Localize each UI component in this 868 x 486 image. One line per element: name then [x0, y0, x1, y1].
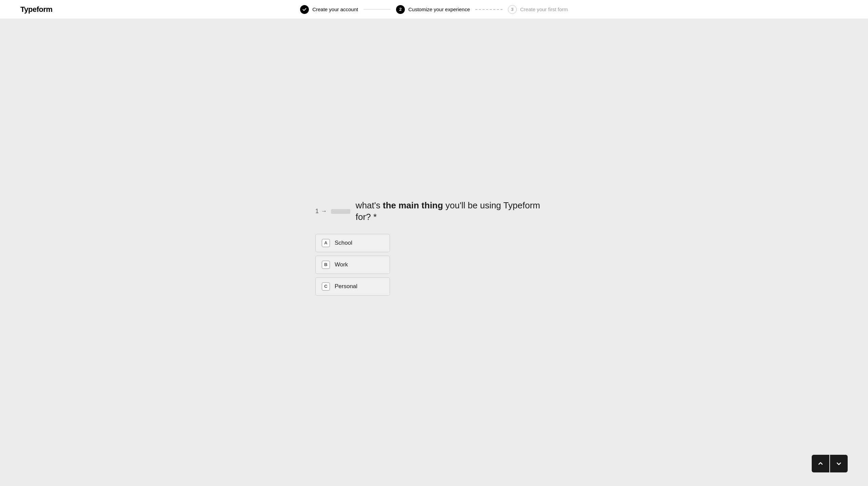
chevron-up-icon — [817, 461, 824, 467]
nav-down-button[interactable] — [830, 455, 848, 472]
step-3-number: 3 — [508, 5, 517, 14]
answer-key-b: B — [322, 261, 330, 269]
logo: Typeform — [20, 5, 53, 14]
question-number: 1 → — [315, 208, 327, 215]
question-text: what's the main thing you'll be using Ty… — [356, 200, 553, 223]
answer-label-c: Personal — [335, 283, 357, 290]
step-1-number — [300, 5, 309, 14]
step-3: 3 Create your first form — [508, 5, 568, 14]
step-1: Create your account — [300, 5, 358, 14]
answer-option-b[interactable]: B Work — [315, 256, 390, 274]
answer-label-b: Work — [335, 261, 348, 268]
step-3-label: Create your first form — [520, 6, 568, 12]
stepper: Create your account 2 Customize your exp… — [300, 5, 568, 14]
answer-key-c: C — [322, 282, 330, 291]
answer-options: A School B Work C Personal — [315, 234, 553, 296]
answer-option-a[interactable]: A School — [315, 234, 390, 252]
answer-key-a: A — [322, 239, 330, 247]
step-2-label: Customize your experience — [408, 6, 470, 12]
chevron-down-icon — [836, 461, 842, 467]
step-connector-2 — [475, 9, 502, 10]
step-1-label: Create your account — [312, 6, 358, 12]
main-content: 1 → what's the main thing you'll be usin… — [0, 19, 868, 486]
blurred-redacted — [331, 209, 350, 214]
nav-arrows — [812, 455, 848, 472]
question-emphasis: the main thing — [383, 200, 443, 210]
step-2: 2 Customize your experience — [396, 5, 470, 14]
question-container: 1 → what's the main thing you'll be usin… — [315, 200, 553, 296]
header: Typeform Create your account 2 Customize… — [0, 0, 868, 19]
check-icon — [302, 7, 307, 12]
answer-option-c[interactable]: C Personal — [315, 277, 390, 296]
step-2-number: 2 — [396, 5, 405, 14]
question-header: 1 → what's the main thing you'll be usin… — [315, 200, 553, 223]
answer-label-a: School — [335, 240, 352, 246]
step-connector-1 — [363, 9, 391, 10]
nav-up-button[interactable] — [812, 455, 829, 472]
